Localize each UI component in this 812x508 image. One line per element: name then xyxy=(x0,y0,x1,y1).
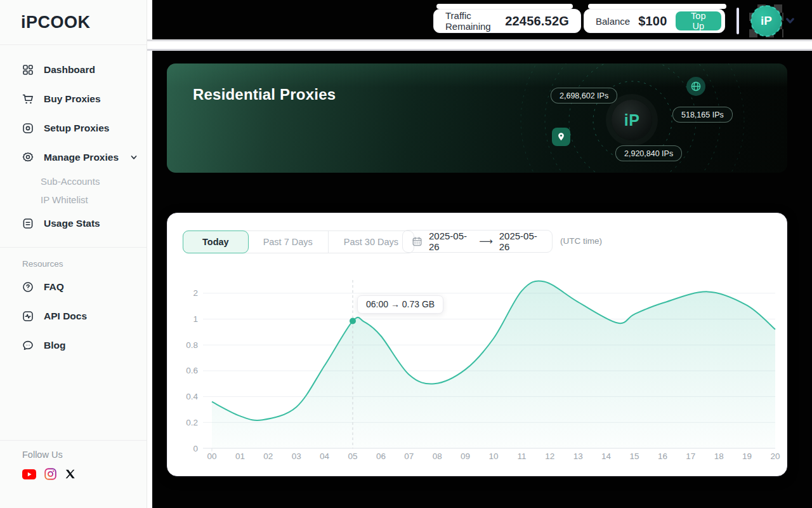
sidebar-item-setup-proxies[interactable]: Setup Proxies xyxy=(0,114,147,143)
svg-text:2: 2 xyxy=(193,288,198,298)
sidebar-item-label: Setup Proxies xyxy=(44,123,109,134)
tab-past-7-days[interactable]: Past 7 Days xyxy=(248,231,328,253)
svg-text:00: 00 xyxy=(207,451,216,461)
calendar-icon xyxy=(412,236,422,247)
content-gutter xyxy=(147,0,152,508)
sidebar-nav: Dashboard Buy Proxies Setup Proxies xyxy=(0,45,147,360)
user-avatar[interactable]: iP xyxy=(751,6,782,36)
sidebar-item-label: API Docs xyxy=(44,311,87,322)
resources-label: Resources xyxy=(22,259,147,269)
date-to: 2025-05-26 xyxy=(499,231,543,252)
globe-icon xyxy=(686,77,705,96)
range-tabs: Today Past 7 Days Past 30 Days xyxy=(183,231,414,253)
account-chevron-down-icon[interactable] xyxy=(785,15,796,26)
svg-text:0.4: 0.4 xyxy=(186,392,198,401)
svg-text:0.8: 0.8 xyxy=(186,340,198,350)
main-content: Traffic Remaining 22456.52G Balance $100… xyxy=(152,0,812,508)
balance-label: Balance xyxy=(596,16,630,27)
svg-text:04: 04 xyxy=(320,451,330,461)
svg-text:19: 19 xyxy=(742,451,752,461)
sidebar-item-blog[interactable]: Blog xyxy=(0,331,147,360)
svg-text:12: 12 xyxy=(545,451,554,461)
sidebar-subitem-label: IP Whitelist xyxy=(41,194,88,205)
chevron-down-icon xyxy=(129,153,138,162)
tab-today[interactable]: Today xyxy=(183,231,249,253)
sidebar-item-faq[interactable]: FAQ xyxy=(0,272,147,302)
card-ghost-strip xyxy=(588,4,726,9)
question-icon xyxy=(22,281,34,293)
logo-box: iPCOOK xyxy=(0,0,147,45)
svg-text:11: 11 xyxy=(517,451,526,461)
svg-text:0.6: 0.6 xyxy=(186,366,198,375)
traffic-usage-chart[interactable]: 00.20.40.60.8120001020304050607080910111… xyxy=(180,274,786,464)
youtube-icon[interactable] xyxy=(22,469,36,479)
cart-icon xyxy=(22,93,34,105)
brand-logo: iPCOOK xyxy=(21,13,91,32)
api-pulse-icon xyxy=(22,310,34,323)
svg-text:03: 03 xyxy=(292,451,301,461)
follow-us-label: Follow Us xyxy=(22,450,147,460)
svg-text:05: 05 xyxy=(348,451,357,461)
svg-text:02: 02 xyxy=(263,451,273,461)
chart-tooltip: 06:00 → 0.73 GB xyxy=(357,295,443,314)
svg-text:06: 06 xyxy=(376,451,386,461)
sidebar: iPCOOK Dashboard Buy Proxies xyxy=(0,0,147,508)
tab-past-30-days[interactable]: Past 30 Days xyxy=(328,231,414,253)
date-range-picker[interactable]: 2025-05-26 ⟶ 2025-05-26 xyxy=(402,230,553,253)
sidebar-item-api-docs[interactable]: API Docs xyxy=(0,302,147,331)
banner-title: Residential Proxies xyxy=(193,86,336,104)
svg-text:20: 20 xyxy=(770,451,780,461)
ip-count-badge: 2,698,602 IPs xyxy=(551,88,617,104)
sidebar-item-label: FAQ xyxy=(44,281,64,293)
svg-text:14: 14 xyxy=(601,451,612,461)
sidebar-subitem-label: Sub-Accounts xyxy=(41,176,100,187)
location-pin-icon xyxy=(552,128,570,146)
svg-text:1: 1 xyxy=(193,314,198,324)
topbar: Traffic Remaining 22456.52G Balance $100… xyxy=(152,0,812,39)
sidebar-item-sub-accounts[interactable]: Sub-Accounts xyxy=(0,172,147,190)
sidebar-item-dashboard[interactable]: Dashboard xyxy=(0,55,147,84)
traffic-remaining-card: Traffic Remaining 22456.52G xyxy=(433,9,581,33)
header-band xyxy=(147,39,812,51)
date-from: 2025-05-26 xyxy=(429,231,473,252)
card-ghost-strip xyxy=(436,4,573,9)
chat-bubble-icon xyxy=(22,339,34,352)
traffic-remaining-value: 22456.52G xyxy=(505,14,569,29)
brand-emblem: iP xyxy=(612,100,652,140)
ip-count-badge: 2,920,840 IPs xyxy=(615,145,682,161)
sidebar-item-manage-proxies[interactable]: Manage Proxies xyxy=(0,143,147,172)
svg-text:08: 08 xyxy=(433,451,442,461)
setup-icon xyxy=(22,122,34,135)
balance-card: Balance $100 Top Up xyxy=(584,9,725,33)
sidebar-item-buy-proxies[interactable]: Buy Proxies xyxy=(0,84,147,114)
svg-text:18: 18 xyxy=(714,451,724,461)
svg-text:10: 10 xyxy=(488,451,498,461)
gear-icon xyxy=(22,151,34,164)
stats-icon xyxy=(22,217,34,230)
utc-label: (UTC time) xyxy=(560,236,602,246)
svg-text:0.2: 0.2 xyxy=(186,418,198,427)
x-icon[interactable] xyxy=(65,469,75,479)
svg-text:01: 01 xyxy=(235,451,245,461)
sidebar-item-usage-stats[interactable]: Usage Stats xyxy=(0,209,147,238)
svg-text:13: 13 xyxy=(573,451,583,461)
top-up-button[interactable]: Top Up xyxy=(676,11,721,30)
svg-text:09: 09 xyxy=(461,451,470,461)
instagram-icon[interactable] xyxy=(44,468,56,480)
sidebar-divider xyxy=(0,247,147,248)
svg-text:16: 16 xyxy=(658,451,667,461)
topbar-divider xyxy=(737,8,739,34)
avatar-initials: iP xyxy=(761,14,772,28)
traffic-remaining-label: Traffic Remaining xyxy=(445,10,496,32)
sidebar-item-label: Dashboard xyxy=(44,64,95,76)
arrow-right-icon: ⟶ xyxy=(479,236,493,247)
svg-text:15: 15 xyxy=(629,451,639,461)
sidebar-item-label: Manage Proxies xyxy=(44,152,119,163)
dashboard-icon xyxy=(22,64,34,76)
residential-proxies-banner: Residential Proxies 55M+ Dynamic Residen… xyxy=(167,64,787,173)
ip-count-badge: 518,165 IPs xyxy=(672,107,733,123)
balance-value: $100 xyxy=(638,14,667,29)
svg-text:0: 0 xyxy=(193,444,198,453)
svg-text:17: 17 xyxy=(686,451,695,461)
sidebar-item-ip-whitelist[interactable]: IP Whitelist xyxy=(0,190,147,209)
